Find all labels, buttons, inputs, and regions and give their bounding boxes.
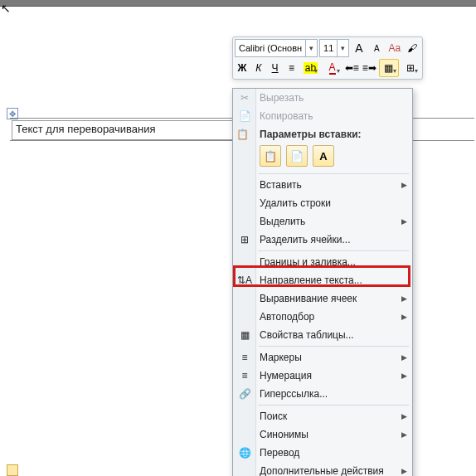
context-menu: ✂ Вырезать 📄 Копировать 📋 Параметры вста… — [232, 88, 413, 476]
paste-text-only-button[interactable]: A — [313, 145, 334, 167]
sheet-tab[interactable] — [7, 464, 18, 476]
menu-delete-rows[interactable]: Удалить строки — [233, 194, 412, 212]
paste-icon: 📋 — [236, 129, 249, 140]
menu-separator — [258, 173, 409, 174]
bold-button[interactable]: Ж — [235, 59, 250, 77]
shading-button[interactable]: ▦ — [379, 59, 399, 77]
paste-merge-formatting-button[interactable]: 📄 — [286, 145, 308, 167]
menu-bullets[interactable]: ≡ Маркеры ▶ — [233, 348, 412, 367]
menu-lookup[interactable]: Поиск ▶ — [233, 407, 412, 425]
increase-indent-button[interactable]: ≡➡ — [362, 59, 377, 77]
menu-separator — [258, 405, 409, 406]
chevron-down-icon[interactable]: ▾ — [337, 40, 348, 56]
menu-additional-actions[interactable]: Дополнительные действия ▶ — [233, 462, 412, 476]
submenu-arrow-icon: ▶ — [401, 430, 407, 439]
menu-split-cells[interactable]: ⊞ Разделить ячейки... — [233, 231, 412, 249]
font-size-combo[interactable]: 11 ▾ — [319, 39, 349, 57]
borders-button[interactable]: ⊞ — [401, 59, 420, 77]
submenu-arrow-icon: ▶ — [401, 467, 407, 475]
copy-icon: 📄 — [236, 110, 253, 122]
menu-table-properties[interactable]: ▦ Свойства таблицы... — [233, 326, 412, 344]
translate-icon: 🌐 — [236, 447, 253, 459]
menu-hyperlink[interactable]: 🔗 Гиперссылка... — [233, 385, 412, 403]
submenu-arrow-icon: ▶ — [401, 294, 407, 303]
menu-separator — [258, 346, 409, 347]
submenu-arrow-icon: ▶ — [401, 412, 407, 420]
text-direction-icon: ⇅A — [236, 274, 253, 286]
menu-numbering[interactable]: ≡ Нумерация ▶ — [233, 367, 412, 385]
submenu-arrow-icon: ▶ — [401, 353, 407, 362]
hyperlink-icon: 🔗 — [236, 388, 253, 400]
split-cells-icon: ⊞ — [236, 234, 253, 245]
menu-translate[interactable]: 🌐 Перевод — [233, 444, 412, 462]
menu-select[interactable]: Выделить ▶ — [233, 212, 412, 231]
menu-cut[interactable]: ✂ Вырезать — [233, 89, 412, 107]
menu-copy[interactable]: 📄 Копировать — [233, 107, 412, 125]
menu-autofit[interactable]: Автоподбор ▶ — [233, 308, 412, 326]
sheet-tab-strip — [0, 461, 18, 476]
font-name-value: Calibri (Основн — [236, 43, 305, 53]
decrease-indent-button[interactable]: ⬅≡ — [344, 59, 360, 77]
menu-text-direction[interactable]: ⇅A Направление текста... — [233, 271, 412, 289]
change-styles-button[interactable]: Aa — [386, 39, 402, 57]
chevron-down-icon[interactable]: ▾ — [305, 40, 317, 56]
grow-font-button[interactable]: A — [351, 39, 367, 57]
cell-text: Текст для переворачивания — [16, 123, 156, 135]
paste-options-row: 📋 📄 A — [233, 142, 412, 172]
submenu-arrow-icon: ▶ — [401, 217, 407, 226]
paste-options-header: 📋 Параметры вставки: — [233, 125, 412, 142]
cursor-icon: ↖ — [1, 2, 11, 15]
font-name-combo[interactable]: Calibri (Основн ▾ — [235, 39, 318, 57]
menu-insert[interactable]: Вставить ▶ — [233, 176, 412, 194]
italic-button[interactable]: К — [251, 59, 266, 77]
menu-separator — [258, 250, 409, 251]
shrink-font-button[interactable]: A — [369, 39, 385, 57]
menu-borders-shading[interactable]: Границы и заливка... — [233, 253, 412, 271]
menu-cell-alignment[interactable]: Выравнивание ячеек ▶ — [233, 289, 412, 308]
window-titlebar — [0, 0, 476, 7]
submenu-arrow-icon: ▶ — [401, 181, 407, 189]
numbering-icon: ≡ — [236, 370, 253, 381]
highlight-color-button[interactable]: ab — [300, 59, 320, 77]
cut-icon: ✂ — [236, 92, 253, 104]
underline-button[interactable]: Ч — [268, 59, 283, 77]
submenu-arrow-icon: ▶ — [401, 313, 407, 321]
paste-keep-formatting-button[interactable]: 📋 — [260, 145, 281, 167]
font-size-value: 11 — [320, 43, 337, 53]
mini-toolbar: Calibri (Основн ▾ 11 ▾ A A Aa 🖌 Ж К Ч ≡ … — [232, 36, 423, 80]
font-color-button[interactable]: A — [322, 59, 342, 77]
menu-synonyms[interactable]: Синонимы ▶ — [233, 425, 412, 444]
submenu-arrow-icon: ▶ — [401, 372, 407, 380]
format-painter-button[interactable]: 🖌 — [405, 39, 420, 57]
table-cell[interactable]: Текст для переворачивания — [12, 120, 234, 140]
table-props-icon: ▦ — [236, 329, 253, 341]
bullets-icon: ≡ — [236, 352, 253, 363]
align-center-button[interactable]: ≡ — [284, 59, 299, 77]
